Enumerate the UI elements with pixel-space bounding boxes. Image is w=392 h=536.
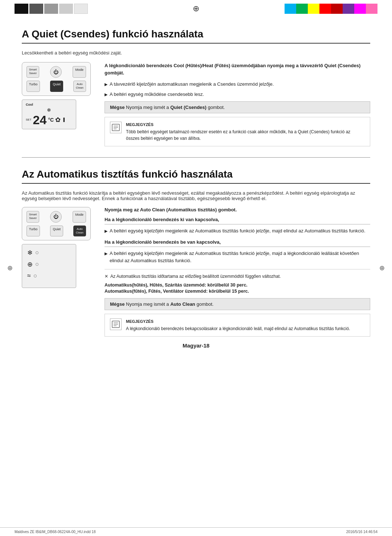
- bullet-2: ▶ A beltéri egység működése csendesebb l…: [105, 91, 370, 98]
- section2-bullet-1: ▶ A beltéri egység kijelzőjén megjelenik…: [105, 227, 370, 235]
- section2-title: Az Automatikus tisztítás funkció használ…: [22, 168, 370, 184]
- remote-top-row-2: SmartSaver ⏻ Mode: [26, 211, 86, 223]
- color-block-near-white: [74, 4, 88, 14]
- color-red: [319, 4, 331, 14]
- note-icon-1: [110, 122, 122, 133]
- btn-auto-clean[interactable]: AutoClean: [73, 81, 86, 92]
- remote-bottom-row-2: Turbo Quiet AutoClean: [26, 226, 86, 237]
- display-temp: SET 24 °C ✿ ▐: [26, 114, 72, 126]
- megse-box-2: Mégse Nyomja meg ismét a Auto Clean gomb…: [105, 298, 370, 310]
- page-content: A Quiet (Csendes) funkció használata Lec…: [0, 17, 392, 363]
- sub-header-2: Ha a légkondicionáló berendezés be van k…: [105, 239, 370, 247]
- display-fan-icon: ✿: [55, 116, 61, 124]
- bullet-1: ▶ A távvezérlő kijelzőjén automatikusan …: [105, 81, 370, 88]
- display-wave-icon: ≈: [27, 272, 31, 280]
- color-pink: [366, 4, 377, 14]
- bold-line-1: Automatikus(hűtés), Hűtés, Szárítás üzem…: [105, 283, 370, 288]
- remote-top-row: SmartSaver ⏻ Mode: [26, 66, 86, 78]
- color-block-light-gray: [59, 4, 73, 14]
- page-number: Magyar-18: [22, 342, 370, 349]
- note-text-1: MEGJEGYZÉS Több beltéri egységet tartalm…: [126, 122, 365, 142]
- btn-smart-saver[interactable]: SmartSaver: [26, 66, 39, 78]
- bold-line-2-text: Automatikus(fűtés), Fűtés, Ventilátor üz…: [105, 289, 206, 294]
- color-green: [296, 4, 308, 14]
- color-blocks-left: [15, 4, 88, 14]
- display-dot-3: [34, 275, 37, 277]
- remote-control-2: SmartSaver ⏻ Mode Turbo Quiet AutoClean: [22, 207, 91, 241]
- display-snowflake: ❄: [26, 107, 72, 113]
- section1: A Quiet (Csendes) funkció használata Lec…: [22, 28, 370, 146]
- note-content-1: Több beltéri egységet tartalmazó rendsze…: [126, 129, 350, 141]
- color-block-mid-gray: [44, 4, 58, 14]
- btn-smart-saver-2[interactable]: SmartSaver: [26, 211, 39, 223]
- megse-label-1: Mégse: [110, 105, 124, 110]
- sub-section-1: Ha a légkondicionáló berendezés ki van k…: [105, 217, 370, 235]
- section2-bullet-text-1: A beltéri egység kijelzőjén megjelenik a…: [110, 227, 366, 235]
- sub-section-2: Ha a légkondicionáló berendezés be van k…: [105, 239, 370, 264]
- bold-line-1-text: Automatikus(hűtés), Hűtés, Szárítás üzem…: [105, 283, 205, 288]
- note-box-2: MEGJEGYZÉS A légkondicionáló berendezés …: [105, 314, 370, 337]
- remote-wrap-1: SmartSaver ⏻ Mode Turbo Quiet AutoClean …: [22, 62, 94, 146]
- note-content-2: A légkondicionáló berendezés bekapcsolás…: [126, 326, 350, 331]
- section-divider: [22, 157, 370, 158]
- btn-power[interactable]: ⏻: [50, 66, 62, 78]
- section2-bullet-text-2: A beltéri egység kijelzőjén megjelenik a…: [110, 250, 370, 264]
- color-magenta: [354, 4, 366, 14]
- bold-line-2-suffix: : körülbelül 15 perc.: [206, 289, 249, 294]
- color-dark-red: [331, 4, 343, 14]
- bullet-text-2: A beltéri egység működése csendesebb les…: [110, 91, 204, 98]
- btn-turbo[interactable]: Turbo: [26, 81, 40, 92]
- section2: Az Automatikus tisztítás funkció használ…: [22, 168, 370, 337]
- color-cyan: [285, 4, 296, 14]
- sub-header-1: Ha a légkondicionáló berendezés ki van k…: [105, 217, 370, 224]
- footer-file-info: Maldives ZE IB&IM_DB68-06224A-00_HU.indd…: [15, 530, 95, 534]
- megse-box-1: Mégse Nyomja meg ismét a Quiet (Csendes)…: [105, 101, 370, 113]
- footer-date-info: 2016/5/16 14:46:54: [346, 530, 377, 534]
- side-compass-right: ⊕: [379, 264, 385, 272]
- color-block-black: [15, 4, 28, 14]
- btn-mode-2[interactable]: Mode: [73, 211, 86, 223]
- section2-instruction: Nyomja meg az Auto Clean (Automatikus ti…: [105, 207, 370, 212]
- bold-line-2: Automatikus(fűtés), Fűtés, Ventilátor üz…: [105, 289, 370, 294]
- section2-arrow-1: ▶: [105, 228, 107, 235]
- top-bar: ⊕: [0, 0, 392, 17]
- megse-label-2: Mégse: [110, 301, 124, 307]
- megse-text-2: Nyomja meg ismét a Auto Clean gombot.: [126, 301, 213, 307]
- section1-subtitle: Lecsökkentheti a beltéri egység működési…: [22, 50, 370, 56]
- section2-description: Az Automatikus tisztítás funkció kiszárí…: [22, 190, 370, 201]
- btn-mode[interactable]: Mode: [73, 66, 86, 78]
- megse-text-1: Nyomja meg ismét a Quiet (Csendes) gombo…: [126, 105, 225, 110]
- display-dot-1: [36, 251, 38, 254]
- inner-divider: [105, 269, 370, 269]
- note-box-1: MEGJEGYZÉS Több beltéri egységet tartalm…: [105, 117, 370, 146]
- section2-right: Nyomja meg az Auto Clean (Automatikus ti…: [105, 207, 370, 337]
- x-note-text: Az Automatikus tisztítás időtartama az e…: [110, 273, 281, 280]
- remote-bottom-row: Turbo Quiet AutoClean: [26, 81, 86, 92]
- section2-body: SmartSaver ⏻ Mode Turbo Quiet AutoClean …: [22, 207, 370, 337]
- btn-auto-clean-2[interactable]: AutoClean: [73, 226, 86, 237]
- bold-line-1-suffix: : körülbelül 30 perc.: [205, 283, 248, 288]
- btn-turbo-2[interactable]: Turbo: [26, 226, 40, 237]
- display-number: 24: [33, 114, 47, 126]
- compass-top-icon: ⊕: [193, 4, 199, 13]
- note-icon-2: [110, 318, 122, 330]
- btn-power-2[interactable]: ⏻: [50, 211, 62, 223]
- display-set-label: SET: [26, 118, 32, 121]
- display-deg: °C: [48, 117, 54, 123]
- section2-arrow-2: ▶: [105, 251, 107, 264]
- section1-body: SmartSaver ⏻ Mode Turbo Quiet AutoClean …: [22, 62, 370, 146]
- page-footer: Maldives ZE IB&IM_DB68-06224A-00_HU.indd…: [0, 527, 392, 536]
- btn-quiet[interactable]: Quiet: [50, 81, 63, 92]
- section1-instruction: A légkondicionáló berendezés Cool (Hűtés…: [105, 62, 370, 76]
- display-snow-icon: ❄: [27, 249, 33, 257]
- side-compass-left: ⊕: [7, 264, 13, 272]
- display-row-snow: ❄: [27, 249, 71, 257]
- bullet-arrow-2: ▶: [105, 92, 107, 98]
- color-yellow: [308, 4, 319, 14]
- display-dot-2: [36, 263, 38, 266]
- btn-quiet-2[interactable]: Quiet: [50, 226, 63, 237]
- bullet-arrow-1: ▶: [105, 81, 107, 88]
- section2-bullet-2: ▶ A beltéri egység kijelzőjén megjelenik…: [105, 250, 370, 264]
- remote-wrap-2: SmartSaver ⏻ Mode Turbo Quiet AutoClean …: [22, 207, 94, 337]
- display-plus-icon: ⊕: [27, 260, 33, 268]
